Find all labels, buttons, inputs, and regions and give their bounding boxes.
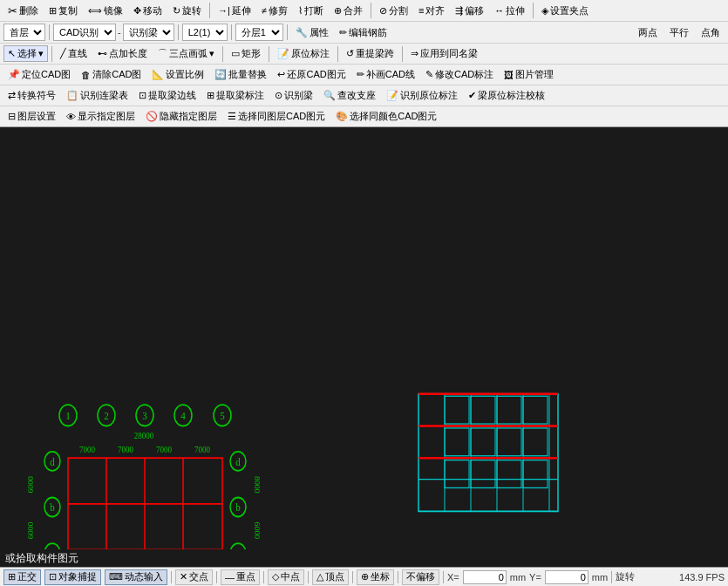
status-bar: ⊞ 正交 ⊡ 对象捕捉 ⌨ 动态输入 ✕交点 —重点 ◇中点 △顶点 ⊕坐标 不… [0,567,728,586]
ortho-button[interactable]: ⊞ 正交 [3,569,41,585]
two-point-button[interactable]: 两点 [634,24,662,41]
intersection-button[interactable]: ✕交点 [175,569,213,585]
mirror-button[interactable]: ⟺镜像 [84,3,127,19]
no-offset-button[interactable]: 不偏移 [402,569,439,585]
vertex-icon: △ [316,571,323,583]
line-button[interactable]: ╱直线 [56,45,92,62]
batch-replace-button[interactable]: 🔄批量替换 [210,66,271,83]
select-same-layer-button[interactable]: ☰选择同图层CAD图元 [223,108,330,125]
select-same-color-button[interactable]: 🎨选择同颜色CAD图元 [331,108,441,125]
break-button[interactable]: ⌇打断 [294,3,328,19]
snap-icon: ⊡ [49,571,57,583]
move-button[interactable]: ✥移动 [129,3,167,19]
trim-button[interactable]: ≠修剪 [257,3,292,19]
toolbar-row-2: 首层 CAD识别 - 识别梁 L2(1) 分层1 🔧属性 ✏编辑钢筋 两点 [0,21,728,43]
separator-1 [209,3,210,18]
separator-3 [533,3,534,18]
vertex-button[interactable]: △顶点 [312,569,349,585]
align-button[interactable]: ≡对齐 [414,3,449,19]
svg-text:6000: 6000 [253,522,261,540]
grip-settings-button[interactable]: ◈设置夹点 [537,3,593,19]
identify-beam-button[interactable]: ⊙识别梁 [270,87,317,104]
image-management-button[interactable]: 🖼图片管理 [500,66,558,83]
extract-beam-edge-button[interactable]: ⊡提取梁边线 [134,87,201,104]
beam-annotation-check-button[interactable]: ✔梁原位标注校核 [464,87,549,104]
center-icon: ◇ [272,571,279,583]
convert-symbol-button[interactable]: ⇄转换符号 [3,87,60,104]
show-layer-button[interactable]: 👁显示指定图层 [62,108,139,125]
identify-beam-select[interactable]: 识别梁 [123,24,174,41]
toolbar-row-6: ⊟图层设置 👁显示指定图层 🚫隐藏指定图层 ☰选择同图层CAD图元 🎨选择同颜色… [0,106,728,126]
object-snap-button[interactable]: ⊡ 对象捕捉 [44,569,101,585]
svg-text:7000: 7000 [194,444,210,454]
break-icon: ⌇ [298,5,303,17]
y-input[interactable] [545,570,589,584]
toolbar-area: ✂删除 ⊞复制 ⟺镜像 ✥移动 ↻旋转 →|延伸 ≠修剪 ⌇打断 ⊕合并 ⊘分割… [0,0,728,127]
layer-select[interactable]: 分层1 [235,24,283,41]
coordinate-button[interactable]: ⊕坐标 [357,569,394,585]
dynamic-icon: ⌨ [109,571,123,583]
offset-icon: ⇶ [455,5,463,17]
ortho-icon: ⊞ [8,571,16,583]
identify-inplace-annotation-button[interactable]: 📝识别原位标注 [382,87,462,104]
re-extract-span-button[interactable]: ↺重提梁跨 [342,45,398,62]
svg-text:28000: 28000 [134,430,153,440]
svg-rect-0 [0,127,728,586]
midpoint-button[interactable]: —重点 [221,569,260,585]
toolbar-row-3: ↖ 选择 ▾ ╱直线 ⊷点加长度 ⌒三点画弧▾ ▭矩形 📝原位标注 ↺重提梁跨 … [0,43,728,64]
delete-button[interactable]: ✂删除 [3,3,43,19]
svg-text:5: 5 [220,409,224,422]
parallel-button[interactable]: 平行 [665,24,693,41]
dynamic-input-button[interactable]: ⌨ 动态输入 [105,569,167,585]
canvas-area[interactable]: 1 2 3 4 5 28000 7000 7000 7000 7000 [0,127,728,586]
copy-button[interactable]: ⊞复制 [44,3,82,19]
rotate-button[interactable]: ↻旋转 [168,3,206,19]
y-label: Y= [529,572,541,583]
floor-select[interactable]: 首层 [3,24,45,41]
svg-text:3: 3 [142,409,146,422]
three-point-arc-button[interactable]: ⌒三点画弧▾ [153,45,219,62]
restore-cad-button[interactable]: ↩还原CAD图元 [273,66,350,83]
cad-identify-select[interactable]: CAD识别 [53,24,116,41]
layer-icon: ⊟ [8,111,16,122]
set-scale-button[interactable]: 📐设置比例 [147,66,208,83]
svg-text:b: b [235,501,240,514]
modify-cad-annotation-button[interactable]: ✎修改CAD标注 [421,66,498,83]
point-length-button[interactable]: ⊷点加长度 [93,45,152,62]
properties-button[interactable]: 🔧属性 [291,24,333,41]
stretch-button[interactable]: ↔拉伸 [490,3,529,19]
grip-icon: ◈ [541,5,548,17]
fps-display: 143.9 FPS [679,572,725,583]
properties-icon: 🔧 [296,27,308,38]
svg-text:7000: 7000 [156,444,172,454]
identify-coupling-beam-button[interactable]: 📋识别连梁表 [62,87,133,104]
clear-cad-button[interactable]: 🗑清除CAD图 [77,66,146,83]
beam-select[interactable]: L2(1) [182,24,228,41]
center-button[interactable]: ◇中点 [268,569,304,585]
check-support-button[interactable]: 🔍查改支座 [319,87,380,104]
merge-button[interactable]: ⊕合并 [330,3,367,19]
svg-text:2: 2 [104,409,108,422]
sep-r2-2 [178,24,179,40]
toolbar-row-1: ✂删除 ⊞复制 ⟺镜像 ✥移动 ↻旋转 →|延伸 ≠修剪 ⌇打断 ⊕合并 ⊘分割… [0,0,728,21]
point-angle-button[interactable]: 点角 [697,24,725,41]
extract-beam-annotation-button[interactable]: ⊞提取梁标注 [202,87,269,104]
split-button[interactable]: ⊘分割 [375,3,412,19]
select-button[interactable]: ↖ 选择 ▾ [3,45,48,62]
edit-rebar-button[interactable]: ✏编辑钢筋 [335,24,391,41]
rectangle-button[interactable]: ▭矩形 [227,45,265,62]
trim-icon: ≠ [262,5,267,16]
split-icon: ⊘ [379,5,387,17]
layer-settings-button[interactable]: ⊟图层设置 [3,108,60,125]
dropdown-arrow-icon: ▾ [38,48,44,59]
draw-cad-line-button[interactable]: ✏补画CAD线 [352,66,419,83]
sep-status-1 [171,571,172,583]
hide-layer-button[interactable]: 🚫隐藏指定图层 [141,108,221,125]
offset-button[interactable]: ⇶偏移 [451,3,488,19]
locate-cad-button[interactable]: 📌定位CAD图 [3,66,75,83]
extend-button[interactable]: →|延伸 [214,3,255,19]
svg-text:8000: 8000 [253,476,261,494]
x-input[interactable] [463,570,507,584]
inplace-annotation-button[interactable]: 📝原位标注 [273,45,334,62]
apply-same-name-button[interactable]: ⇒应用到同名梁 [406,45,482,62]
